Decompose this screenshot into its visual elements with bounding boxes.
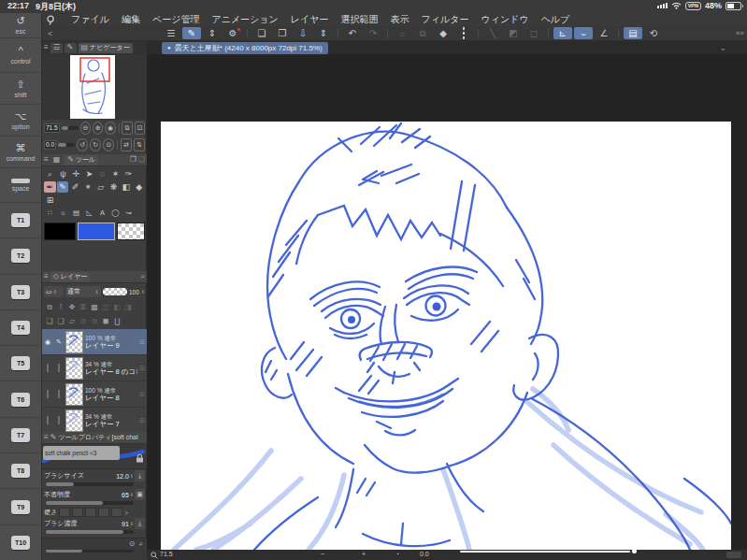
bottom-zoom-value[interactable]: 71.5 — [160, 551, 173, 557]
subtool-tab-icon[interactable]: ❐ — [130, 155, 136, 165]
open-document-icon[interactable]: ❐ — [273, 27, 292, 39]
invert-selection-icon[interactable]: ◩ — [504, 27, 523, 39]
menu-file[interactable]: ファイル — [71, 13, 109, 26]
edge-key-space[interactable]: space — [0, 168, 41, 203]
brush-density-value[interactable]: 91 — [122, 521, 129, 527]
clip-below-icon[interactable]: ⧉ — [44, 301, 55, 313]
new-vector-layer-icon[interactable]: ❑ — [55, 315, 66, 327]
flip-vertical-icon[interactable]: ⇅ — [134, 138, 145, 151]
text-tool[interactable]: A — [96, 208, 108, 219]
fit-button[interactable]: ▪ — [397, 551, 399, 556]
snap-to-special-ruler-icon[interactable]: ⌣ — [574, 27, 593, 39]
save-icon[interactable]: ⇩ — [294, 27, 312, 39]
airbrush-tool[interactable]: ✴ — [82, 181, 94, 193]
decoration-tool[interactable]: ❋ — [108, 181, 120, 193]
hardness-segment[interactable] — [59, 508, 70, 517]
layer-row[interactable]: 100 % 通常レイヤー 8 ☰ — [42, 381, 147, 408]
reference-layer-icon[interactable]: ⊺ — [55, 301, 66, 313]
move-tool[interactable]: ✛ — [70, 168, 82, 179]
layer-row-selected[interactable]: ◉ ✎ 100 % 通常レイヤー 9 ☰ — [42, 329, 147, 355]
subtool-tab2-icon[interactable]: ❏ — [138, 155, 145, 165]
tab-quick-access[interactable]: ☲ — [50, 43, 63, 53]
flip-horizontal-icon[interactable]: ⇄ — [121, 138, 132, 151]
visibility-eye-icon[interactable]: ◉ — [43, 338, 52, 346]
hardness-segment[interactable] — [111, 508, 122, 517]
register-initial-icon[interactable]: ⤓ — [135, 470, 145, 481]
edit-checkbox[interactable] — [58, 364, 60, 372]
actual-size-icon[interactable]: ⧉ — [122, 122, 132, 135]
zoom-out-icon[interactable]: ⊖ — [80, 122, 91, 135]
fit-to-window-icon[interactable]: ⊡ — [135, 122, 145, 135]
zoom-tool[interactable]: ⌕ — [44, 168, 56, 179]
layer-menu-icon[interactable]: ☰ — [139, 365, 146, 372]
zoom-in-icon[interactable]: ⊕ — [93, 122, 103, 135]
zoom-in-button[interactable]: + — [362, 551, 366, 557]
collapse-toolbar-icon[interactable]: « « — [736, 29, 743, 37]
effect-tool[interactable]: ☼ — [57, 208, 69, 219]
line-correction-tool[interactable]: ↝ — [122, 208, 135, 219]
snap-to-ruler-icon[interactable]: ⊾ — [553, 27, 572, 39]
eraser-tool[interactable]: ▱ — [95, 181, 108, 193]
edit-checkbox[interactable] — [58, 390, 60, 398]
fit-to-screen-icon[interactable]: ◉ — [105, 122, 115, 135]
main-menu-icon[interactable]: ☰ — [162, 27, 180, 39]
opacity-prop-value[interactable]: 65 — [122, 492, 129, 498]
hand-tool[interactable]: ψ — [57, 168, 69, 179]
edge-key-t5[interactable]: T5 — [0, 346, 41, 381]
brush-size-slider[interactable] — [46, 482, 134, 486]
edge-key-t10[interactable]: T10 — [0, 525, 41, 560]
menu-edit[interactable]: 編集 — [122, 13, 140, 26]
zoom-indicator-icon[interactable] — [151, 552, 158, 559]
selection-border-icon[interactable]: ◻ — [524, 27, 543, 39]
rotation-value[interactable]: 0.0 — [44, 140, 56, 150]
bottom-right-button[interactable] — [726, 552, 741, 558]
visibility-checkbox[interactable] — [47, 364, 49, 372]
brush-tool[interactable]: ✐ — [69, 181, 81, 193]
sub-color-swatch-selected[interactable] — [78, 223, 115, 240]
hardness-segment[interactable] — [98, 508, 109, 517]
document-tab[interactable]: ● 曇天と土星獣* (4240 x 8000px 72dpi 71.5%) — [162, 42, 328, 54]
object-tool[interactable]: ➤ — [83, 168, 95, 179]
lock-icon[interactable] — [136, 453, 144, 463]
menu-page[interactable]: ページ管理 — [152, 13, 199, 26]
pen-tool[interactable]: ✒ — [44, 181, 56, 193]
deselect-icon[interactable]: ╲ — [483, 27, 502, 39]
delete-layer-icon[interactable]: ∐ — [111, 315, 122, 327]
divider-icon[interactable]: ◨ — [122, 301, 134, 313]
layer-menu-icon[interactable]: ☰ — [139, 417, 146, 424]
brush-density-slider[interactable] — [46, 530, 134, 534]
palette-menu-icon[interactable]: ≡ — [44, 155, 49, 165]
undo-icon[interactable]: ↶ — [343, 27, 362, 39]
tab-list-chevron-icon[interactable]: ⌄ — [719, 43, 726, 52]
zoom-value[interactable]: 71.5 — [44, 123, 60, 133]
fill-tool[interactable]: ◆ — [133, 181, 145, 193]
opacity-panel-icon[interactable]: ▣ — [135, 489, 145, 500]
new-layer-icon[interactable]: ❏ — [44, 315, 55, 327]
layer-row[interactable]: 34 % 通常レイヤー 7 ☰ — [42, 408, 147, 434]
layer-mask-icon[interactable]: ◫ — [100, 301, 111, 313]
tab-brush-size[interactable]: ✎ — [65, 43, 77, 53]
panel-collapse-icon[interactable]: < — [42, 29, 52, 38]
menu-selection[interactable]: 選択範囲 — [341, 13, 379, 26]
menu-help[interactable]: ヘルプ — [541, 13, 570, 26]
reference-book-icon[interactable]: ▤ — [624, 27, 642, 39]
snap-to-grid-icon[interactable]: ∠ — [595, 27, 613, 39]
edge-key-control[interactable]: ^control — [0, 38, 41, 73]
mode-chevrons-icon[interactable]: ⇕ — [203, 27, 222, 39]
reset-settings-icon[interactable]: ⊙ — [129, 539, 136, 549]
edge-key-t7[interactable]: T7 — [0, 418, 41, 453]
palette-menu-icon[interactable]: ≡ — [44, 433, 49, 442]
edge-key-option[interactable]: ⌥option — [0, 105, 41, 136]
move-pixels-icon[interactable]: ✥ — [66, 301, 78, 313]
edit-checkbox[interactable] — [58, 416, 60, 424]
layer-menu-icon[interactable]: ☰ — [139, 391, 146, 398]
reset-rotation-icon[interactable]: ⊙ — [103, 138, 114, 151]
blend-mode-dropdown[interactable]: 通常⇕ — [65, 286, 101, 297]
rotate-left-icon[interactable]: ↺ — [77, 138, 88, 151]
zoom-out-button[interactable]: − — [321, 551, 324, 557]
main-color-swatch[interactable] — [44, 223, 76, 240]
save-chevrons-icon[interactable]: ⇕ — [314, 27, 333, 39]
history-icon[interactable]: ⟲ — [644, 27, 663, 39]
edge-key-t4[interactable]: T4 — [0, 310, 41, 346]
hardness-segment[interactable] — [72, 508, 83, 517]
